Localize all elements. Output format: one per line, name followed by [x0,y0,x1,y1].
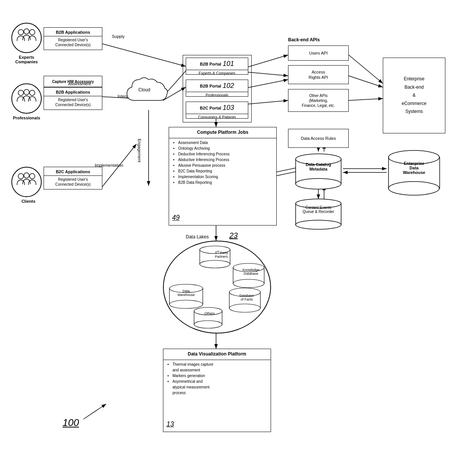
clients-icon [11,167,42,197]
b2c-apps-body: Registered User'sConnected Device(s) [54,176,92,188]
compute-platform-ref: 49 [172,213,180,222]
data-viz-box: Data Visualization Platform Thermal imag… [163,349,271,432]
svg-point-44 [389,182,439,195]
b2b-apps-prof-header: B2B Applications [44,89,102,96]
svg-point-29 [30,30,35,35]
b2b-portal-101-ref: 101 [223,60,234,68]
enterprise-backend-label: EnterpriseBack-end&eCommerceSystems [402,75,426,116]
content-events-cylinder: Content EventsQueue & Recorder [294,197,343,231]
other-apis-label: Other APIs(Marketing,Finance, Legal, etc… [302,93,335,108]
data-lakes-ref: 23 [229,231,238,240]
professionals-label: Professionals [8,116,45,120]
svg-line-10 [246,80,288,88]
access-rights-api-label: AccessRights API [309,69,328,80]
data-viz-bullets: Thermal images captureand assessment Mar… [169,360,216,397]
svg-point-59 [194,321,222,328]
ref-100-label: 100 [63,417,79,429]
data-access-rules-box: Data Access Rules [288,129,349,148]
svg-point-31 [24,89,29,95]
data-viz-title: Data Visualization Platform [163,349,271,360]
b2b-portal-102-label: B2B Portal [200,83,221,89]
b2c-apps-box: B2C Applications Registered User'sConnec… [44,167,102,189]
backend-apis-title: Back-end APIs [288,37,320,42]
svg-point-53 [169,300,203,308]
b2c-portal-103-ref: 103 [223,103,234,112]
database-of-facts-label: Databaseof Facts [231,294,262,301]
b2b-apps-professionals-box: B2B Applications Registered User'sConnec… [44,87,102,110]
data-catalog-label: Data CatalogMetadata [294,162,343,171]
svg-line-9 [246,72,288,76]
third-party-label: 3rd PartyPartners [206,250,237,258]
b2b-apps-experts-header: B2B Applications [44,29,102,36]
b2b-apps-prof-body: Registered User'sConnected Device(s) [54,96,92,108]
data-lakes-label: Data Lakes [186,234,209,240]
svg-point-35 [30,174,35,179]
access-rights-api-box: AccessRights API [288,65,349,84]
svg-point-50 [233,279,264,288]
svg-point-28 [24,29,29,34]
data-lakes-circle: 3rd PartyPartners KnowledgeDatabase Data… [163,241,271,334]
b2b-apps-experts-box: B2B Applications Registered User'sConnec… [44,27,102,50]
svg-line-12 [349,55,383,83]
b2b-apps-experts-body: Registered User'sConnected Device(s) [54,36,92,49]
data-catalog-cylinder: Data CatalogMetadata [294,152,343,189]
architecture-diagram: ExpertsCompanies B2B Applications Regist… [0,0,470,476]
users-api-label: Users API [309,50,328,56]
data-access-rules-label: Data Access Rules [301,136,336,141]
experts-label: ExpertsCompanies [8,55,45,64]
b2b-portal-102-sub: Professionals [186,92,248,99]
assessment-label: Assessment [68,81,91,86]
b2b-portal-101-box: B2B Portal 101 Experts & Companies [186,58,248,75]
experts-icon [11,23,42,53]
implementation-label: Implementation [95,163,123,168]
professionals-icon [11,83,42,114]
svg-point-27 [18,30,24,35]
compute-platform-box: Compute Platform Jobs Assessment Data On… [169,127,277,225]
enterprise-warehouse-cylinder: EnterpriseDataWarehouse [387,148,442,197]
svg-line-60 [83,404,106,419]
knowledge-db-label: KnowledgeDatabase [236,268,266,276]
svg-point-33 [18,174,24,179]
engagement-label: Engagement [137,139,142,162]
svg-point-56 [229,304,260,312]
svg-point-32 [30,90,35,96]
enterprise-backend-box: EnterpriseBack-end&eCommerceSystems [383,58,445,133]
data-warehouse-inner-label: DataWarehouse [171,289,202,297]
svg-line-14 [349,99,383,100]
svg-line-8 [246,55,288,67]
other-apis-box: Other APIs(Marketing,Finance, Legal, etc… [288,89,349,112]
b2c-portal-103-box: B2C Portal 103 Consumers & Patients [186,102,248,119]
svg-point-38 [296,178,341,189]
compute-platform-bullets: Assessment Data Ontology Archiving Deduc… [175,138,233,187]
svg-point-34 [24,173,29,178]
b2b-portal-101-label: B2B Portal [200,61,221,67]
b2b-portal-102-ref: 102 [223,81,234,90]
b2c-portal-103-label: B2C Portal [200,105,221,111]
cloud-label: Cloud [138,87,150,92]
svg-line-11 [246,100,288,104]
compute-platform-title: Compute Platform Jobs [169,127,276,138]
others-label: Others [196,312,224,315]
enterprise-warehouse-label: EnterpriseDataWarehouse [387,161,442,175]
svg-line-13 [349,76,383,87]
supply-label: Supply [112,34,125,39]
svg-line-3 [102,44,186,66]
svg-point-47 [200,260,230,268]
clients-label: Clients [15,199,42,204]
cloud-shape: Cloud [125,74,169,112]
users-api-box: Users API [288,45,349,61]
b2c-apps-header: B2C Applications [44,168,102,175]
svg-point-41 [296,220,341,229]
svg-point-30 [18,90,24,96]
content-events-label: Content EventsQueue & Recorder [294,205,343,214]
b2b-portal-101-sub: Experts & Companies [186,70,248,77]
data-viz-ref: 13 [166,420,174,429]
b2b-portal-102-box: B2B Portal 102 Professionals [186,80,248,97]
b2c-portal-103-sub: Consumers & Patients [186,114,248,121]
